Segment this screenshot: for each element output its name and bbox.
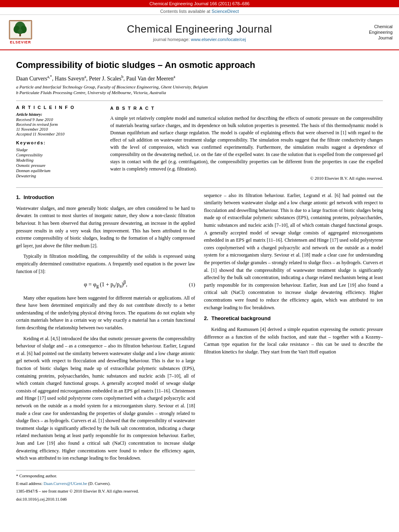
received-revised-label: Received in revised form: [16, 122, 101, 127]
divider-bottom: [16, 187, 383, 188]
received-date: Received 9 June 2010: [16, 117, 101, 122]
journal-header: ELSEVIER Chemical Engineering Journal jo…: [0, 15, 399, 50]
keywords-section: Keywords: Sludge Compressibility Modelli…: [16, 140, 101, 178]
formula-number: (1): [189, 281, 195, 289]
section1-right-intro: sequence – also its filtration behaviour…: [204, 192, 383, 312]
section1-para3: Many other equations have been suggested…: [16, 294, 195, 332]
keyword-2: Compressibility: [16, 153, 101, 157]
svg-point-5: [18, 22, 22, 26]
main-content: Compressibility of biotic sludges – An o…: [0, 50, 399, 512]
journal-title-right: Chemical Engineering Journal: [356, 24, 393, 41]
formula-text: φ = φg (1 + ps/pa)β,: [84, 279, 128, 290]
right-title-line1: Chemical: [356, 24, 393, 29]
footnote-corresponding: * Corresponding author.: [16, 473, 195, 479]
author-hans-sup: a: [84, 74, 86, 79]
section1-para1: Wastewater sludges, and more generally b…: [16, 205, 195, 250]
email-suffix: (D. Curvers).: [88, 481, 111, 486]
keywords-list: Sludge Compressibility Modelling Osmotic…: [16, 148, 101, 178]
abstract-title: A B S T R A C T: [110, 105, 383, 112]
elsevier-tree-icon: [8, 20, 33, 39]
keyword-1: Sludge: [16, 148, 101, 152]
history-label: Article history:: [16, 112, 101, 117]
section2-para1: Keiding and Rasmussen [4] derived a simp…: [204, 326, 383, 355]
elsevier-logo-area: ELSEVIER: [6, 18, 43, 46]
email-link[interactable]: Daan.Curvers@UGent.be: [43, 481, 87, 486]
copyright-line: © 2010 Elsevier B.V. All rights reserved…: [110, 175, 383, 182]
keyword-3: Modelling: [16, 158, 101, 162]
article-info: A R T I C L E I N F O Article history: R…: [16, 105, 101, 182]
article-info-title: A R T I C L E I N F O: [16, 105, 101, 110]
keywords-label: Keywords:: [16, 140, 101, 145]
journal-homepage: journal homepage: www.elsevier.com/locat…: [43, 37, 356, 42]
homepage-label: journal homepage:: [153, 37, 189, 42]
right-title-line2: Engineering: [356, 29, 393, 35]
author-paul: Paul Van der Meeren: [126, 76, 174, 82]
journal-citation: Chemical Engineering Journal 166 (2011) …: [150, 1, 250, 6]
contents-bar: Contents lists available at ScienceDirec…: [0, 7, 399, 15]
abstract-section: A B S T R A C T A simple yet relatively …: [110, 105, 383, 182]
keyword-4: Osmotic pressure: [16, 163, 101, 168]
body-columns: 1. Introduction Wastewater sludges, and …: [16, 192, 383, 504]
article-title: Compressibility of biotic sludges – An o…: [16, 60, 383, 70]
received-revised-date: 11 November 2010: [16, 127, 101, 131]
affiliations: a Particle and Interfacial Technology Gr…: [16, 84, 383, 95]
section2-heading: 2. Theoretical background: [204, 314, 383, 322]
sciencedirect-link[interactable]: ScienceDirect: [212, 9, 239, 14]
author-peter-sup: b: [121, 74, 123, 79]
footnote-issn: 1385-8947/$ – see front matter © 2010 El…: [16, 488, 195, 495]
section2-num: 2.: [204, 315, 208, 321]
contents-prefix: Contents lists available at: [160, 9, 210, 14]
abstract-text: A simple yet relatively complete model a…: [110, 115, 383, 173]
section1-num: 1.: [16, 194, 21, 200]
section2-title: Theoretical background: [211, 315, 270, 321]
formula-block: φ = φg (1 + ps/pa)β, (1): [16, 279, 195, 290]
email-label: E-mail address:: [16, 481, 43, 486]
author-peter: Peter J. Scales: [89, 76, 121, 82]
journal-citation-bar: Chemical Engineering Journal 166 (2011) …: [0, 0, 399, 7]
divider-top: [16, 101, 383, 101]
section1-title: Introduction: [23, 194, 54, 200]
journal-title: Chemical Engineering Journal: [43, 23, 356, 35]
section1-heading: 1. Introduction: [16, 193, 195, 201]
affiliation-a: a Particle and Interfacial Technology Gr…: [16, 84, 383, 89]
accepted-date: Accepted 11 November 2010: [16, 132, 101, 136]
info-abstract-area: A R T I C L E I N F O Article history: R…: [16, 105, 383, 182]
svg-point-3: [14, 25, 20, 33]
footnote-doi: doi:10.1016/j.cej.2010.11.046: [16, 496, 195, 503]
authors-line: Daan Curversa,*, Hans Saveyna, Peter J. …: [16, 74, 383, 82]
affiliation-b: b Particulate Fluids Processing Centre, …: [16, 90, 383, 95]
footnotes: * Corresponding author. E-mail address: …: [16, 470, 195, 503]
journal-title-center: Chemical Engineering Journal journal hom…: [43, 23, 356, 42]
article-history: Article history: Received 9 June 2010 Re…: [16, 112, 101, 136]
svg-point-4: [21, 25, 27, 33]
homepage-link[interactable]: www.elsevier.com/locate/cej: [191, 37, 246, 42]
right-title-line3: Journal: [356, 35, 393, 41]
section1-para4: Keiding et al. [4,5] introduced the idea…: [16, 335, 195, 462]
footnote-email: E-mail address: Daan.Curvers@UGent.be (D…: [16, 481, 195, 487]
body-col-left: 1. Introduction Wastewater sludges, and …: [16, 192, 195, 504]
keyword-6: Dewatering: [16, 174, 101, 178]
author-daan: Daan Curvers: [16, 76, 47, 82]
section1-para2: Typically in filtration modelling, the c…: [16, 253, 195, 275]
author-daan-sup: a,*: [47, 74, 52, 79]
body-col-right: sequence – also its filtration behaviour…: [204, 192, 383, 504]
keyword-5: Donnan equilibrium: [16, 168, 101, 173]
author-hans: Hans Saveyn: [55, 76, 84, 82]
elsevier-brand-text: ELSEVIER: [10, 40, 31, 44]
author-paul-sup: a: [173, 74, 175, 79]
elsevier-logo: ELSEVIER: [6, 18, 35, 46]
